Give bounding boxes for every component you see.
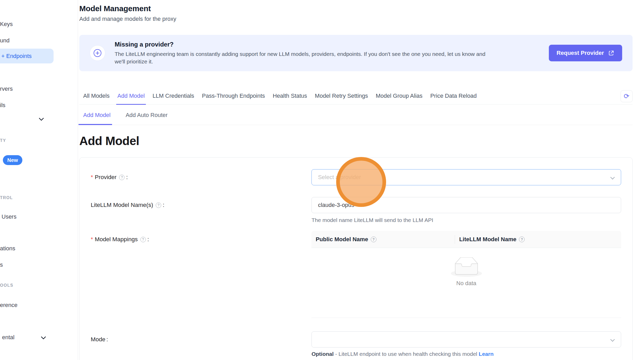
mode-helper: Optional - LiteLLM endpoint to use when …: [311, 351, 621, 357]
help-icon[interactable]: ?: [519, 237, 525, 242]
sidebar-item-collapsible[interactable]: [0, 114, 52, 124]
chevron-down-icon: [41, 334, 46, 339]
main-content: Model Management Add and manage models f…: [78, 0, 644, 360]
mode-label: Mode :: [91, 331, 311, 348]
empty-state: No data: [311, 248, 621, 318]
tab-price-data-reload[interactable]: Price Data Reload: [430, 93, 477, 99]
column-public-model-name: Public Model Name ?: [311, 236, 455, 243]
tab-llm-credentials[interactable]: LLM Credentials: [153, 93, 194, 99]
chevron-down-icon: [39, 116, 44, 121]
sidebar-item-ils[interactable]: ils: [0, 102, 5, 109]
add-model-form-card: * Provider ? : Select a provider LiteLLM…: [79, 157, 633, 360]
banner-line-1: The LiteLLM engineering team is constant…: [115, 50, 485, 58]
sidebar-section-tools: OOLS: [0, 283, 13, 288]
model-mappings-label: * Model Mappings ? :: [91, 231, 311, 248]
subtab-add-auto-router[interactable]: Add Auto Router: [126, 112, 167, 119]
empty-box-icon: [451, 257, 482, 277]
model-name-helper: The model name LiteLLM will send to the …: [311, 217, 621, 224]
missing-provider-banner: Missing a provider? The LiteLLM engineer…: [79, 35, 633, 71]
refresh-button[interactable]: ⟳: [621, 90, 633, 102]
sidebar-item-label: ental: [2, 334, 15, 341]
help-icon[interactable]: ?: [119, 175, 125, 180]
mode-select[interactable]: [311, 331, 621, 348]
required-marker: *: [91, 174, 93, 181]
model-name-label: LiteLLM Model Name(s) ? :: [91, 197, 311, 213]
banner-text: Missing a provider? The LiteLLM engineer…: [115, 41, 485, 65]
sidebar-item-users[interactable]: Users: [2, 213, 16, 220]
sidebar: Keys und + Endpoints rvers ils TY New TR…: [0, 0, 78, 360]
column-litellm-model-name: LiteLLM Model Name ?: [455, 236, 526, 243]
model-mappings-row: * Model Mappings ? : Public Model Name ?…: [91, 231, 621, 318]
help-icon[interactable]: ?: [371, 237, 376, 242]
page-subtitle: Add and manage models for the proxy: [79, 16, 633, 22]
help-icon[interactable]: ?: [156, 202, 161, 208]
tab-model-group-alias[interactable]: Model Group Alias: [376, 93, 422, 99]
sidebar-item-servers[interactable]: rvers: [0, 85, 13, 93]
model-mappings-table: Public Model Name ? LiteLLM Model Name ?: [311, 231, 621, 318]
sidebar-item-experimental[interactable]: ental: [2, 334, 59, 341]
tab-model-retry-settings[interactable]: Model Retry Settings: [315, 93, 368, 99]
tab-pass-through-endpoints[interactable]: Pass-Through Endpoints: [202, 93, 265, 99]
model-name-row: LiteLLM Model Name(s) ? : The model name…: [91, 197, 621, 224]
provider-label: * Provider ? :: [91, 169, 311, 185]
refresh-icon: ⟳: [624, 93, 629, 100]
model-name-input[interactable]: [311, 197, 621, 213]
mode-row: Mode : Optional - LiteLLM endpoint to us…: [91, 331, 621, 357]
request-provider-label: Request Provider: [557, 50, 604, 56]
provider-select[interactable]: Select a provider: [311, 169, 621, 185]
sidebar-item-erence[interactable]: erence: [0, 302, 17, 309]
add-model-heading: Add Model: [79, 134, 633, 147]
table-header: Public Model Name ? LiteLLM Model Name ?: [311, 231, 621, 248]
provider-row: * Provider ? : Select a provider: [91, 169, 621, 185]
request-provider-button[interactable]: Request Provider: [549, 45, 622, 61]
help-icon[interactable]: ?: [140, 237, 146, 242]
sidebar-item-s[interactable]: s: [0, 261, 3, 269]
sidebar-item-models-endpoints[interactable]: + Endpoints: [0, 49, 54, 63]
banner-line-2: we'll prioritize it.: [115, 58, 485, 65]
sidebar-item-keys[interactable]: Keys: [0, 21, 13, 28]
no-data-text: No data: [456, 280, 476, 287]
subtab-add-model[interactable]: Add Model: [83, 112, 110, 119]
sidebar-section-ty: TY: [0, 138, 6, 143]
chevron-down-icon: [610, 175, 615, 180]
sidebar-section-trol: TROL: [0, 195, 13, 200]
sidebar-item-playground[interactable]: und: [0, 37, 10, 44]
sidebar-item-label: + Endpoints: [0, 53, 32, 60]
add-model-subtabs: Add Model Add Auto Router: [79, 104, 633, 125]
page-title: Model Management: [79, 4, 633, 13]
model-tabs: All Models Add Model LLM Credentials Pas…: [79, 90, 633, 104]
new-badge: New: [3, 155, 22, 165]
tab-all-models[interactable]: All Models: [83, 93, 109, 99]
tab-add-model[interactable]: Add Model: [117, 93, 145, 99]
learn-link[interactable]: Learn: [479, 351, 493, 357]
tab-health-status[interactable]: Health Status: [273, 93, 307, 99]
provider-placeholder: Select a provider: [318, 174, 361, 181]
banner-title: Missing a provider?: [115, 41, 485, 48]
plus-circle-icon: [90, 45, 105, 61]
sidebar-item-organizations[interactable]: ations: [0, 245, 15, 252]
required-marker: *: [91, 236, 93, 243]
external-link-icon: [608, 50, 614, 56]
chevron-down-icon: [610, 337, 615, 342]
